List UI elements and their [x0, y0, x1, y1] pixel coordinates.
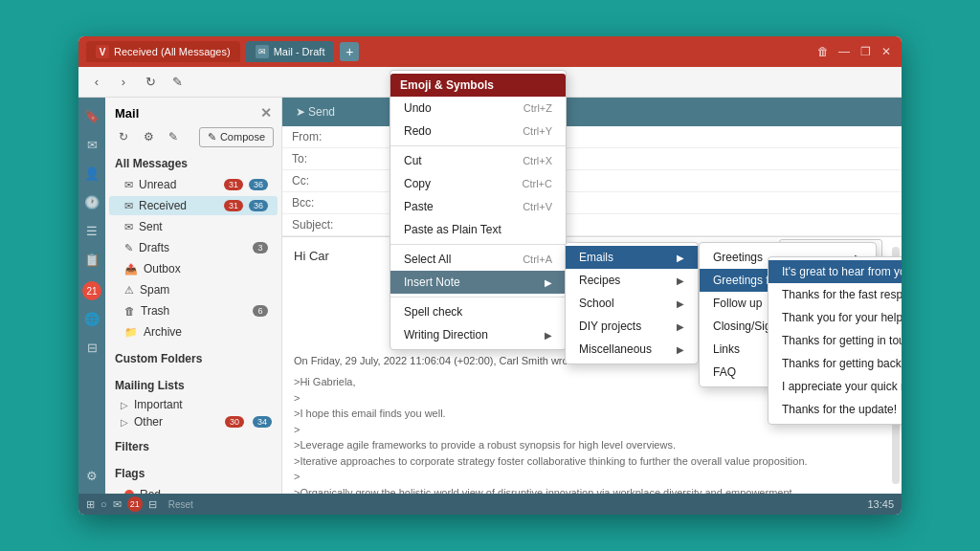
- expand-icon2: ▷: [121, 417, 128, 428]
- tab-draft[interactable]: ✉ Mail - Draft: [246, 41, 335, 62]
- ctx-cut-label: Cut: [404, 154, 422, 167]
- mailing-important[interactable]: ▷ Important: [105, 396, 281, 413]
- unread-badge2: 36: [249, 179, 268, 190]
- trash-button[interactable]: 🗑: [815, 44, 831, 59]
- feeds-icon[interactable]: 21: [82, 281, 101, 300]
- edit-button[interactable]: ✎: [167, 72, 188, 93]
- ctx-emails[interactable]: Emails ▶: [566, 246, 698, 269]
- vivaldi-icon: V: [96, 45, 109, 58]
- mailing-lists-title: Mailing Lists: [105, 375, 281, 396]
- tab-received[interactable]: V Received (All Messages): [86, 41, 240, 62]
- quote-line-7: >: [294, 469, 890, 485]
- notes-icon[interactable]: 📋: [81, 249, 102, 270]
- from-label: From:: [292, 130, 349, 143]
- ctx-diy[interactable]: DIY projects ▶: [566, 315, 698, 338]
- ctx-greetings-label: Greetings: [713, 251, 763, 264]
- flag-red[interactable]: Red: [109, 485, 278, 494]
- mailing-other[interactable]: ▷ Other 30 34: [105, 413, 281, 430]
- ctx-misc-label: Miscellaneous: [579, 342, 652, 356]
- forward-button[interactable]: ›: [113, 72, 134, 93]
- received-badge1: 31: [224, 200, 243, 211]
- sidebar-close-button[interactable]: ✕: [260, 105, 272, 121]
- settings-icon[interactable]: ⚙: [81, 465, 102, 486]
- ctx-copy[interactable]: Copy Ctrl+C: [390, 172, 566, 195]
- ctx-greet-7-label: Thanks for the update!: [782, 403, 897, 416]
- ctx-greet-2[interactable]: Thanks for the fast response.: [768, 283, 902, 306]
- bcc-label: Bcc:: [292, 196, 349, 209]
- ctx-misc[interactable]: Miscellaneous ▶: [566, 338, 698, 361]
- ctx-paste[interactable]: Paste Ctrl+V: [390, 195, 566, 218]
- ctx-recipes-label: Recipes: [579, 274, 620, 287]
- ctx-header: Emoji & Symbols: [390, 74, 566, 97]
- spam-icon: ⚠: [124, 284, 134, 297]
- ctx-sep-2: [390, 244, 566, 245]
- ctx-select-all[interactable]: Select All Ctrl+A: [390, 248, 566, 271]
- window-controls: 🗑 — ❐ ✕: [815, 44, 894, 59]
- ctx-greet-6[interactable]: I appreciate your quick response.: [768, 375, 902, 398]
- close-button[interactable]: ✕: [879, 44, 894, 59]
- ctx-insert-note[interactable]: Insert Note ▶: [390, 271, 566, 294]
- ctx-paste-plain[interactable]: Paste as Plain Text: [390, 218, 566, 241]
- mail-sidebar-icon[interactable]: ✉: [81, 134, 102, 155]
- sidebar-item-spam[interactable]: ⚠ Spam: [109, 280, 278, 299]
- add-tab-button[interactable]: +: [340, 42, 359, 61]
- refresh-button[interactable]: ↻: [140, 72, 161, 93]
- ctx-spell-check[interactable]: Spell check: [390, 300, 566, 323]
- ctx-emails-label: Emails: [579, 251, 613, 264]
- contacts-icon[interactable]: 👤: [81, 163, 102, 184]
- outbox-label: Outbox: [144, 262, 268, 276]
- sidebar-refresh-button[interactable]: ↻: [113, 126, 134, 147]
- history-icon[interactable]: ⊟: [81, 337, 102, 358]
- ctx-writing-direction[interactable]: Writing Direction ▶: [390, 323, 566, 346]
- subject-label: Subject:: [292, 218, 349, 231]
- bookmark-icon[interactable]: 🔖: [81, 105, 102, 126]
- ctx-greet-4[interactable]: Thanks for getting in touch!: [768, 329, 902, 352]
- ctx-insert-arrow: ▶: [545, 277, 552, 288]
- sidebar-item-drafts[interactable]: ✎ Drafts 3: [109, 238, 278, 257]
- ctx-undo[interactable]: Undo Ctrl+Z: [390, 97, 566, 120]
- status-icon-1[interactable]: ⊞: [86, 498, 95, 511]
- ctx-greet-2-label: Thanks for the fast response.: [782, 288, 902, 301]
- browser-icon[interactable]: 🌐: [81, 308, 102, 329]
- ctx-redo[interactable]: Redo Ctrl+Y: [390, 120, 566, 143]
- ctx-greet-3[interactable]: Thank you for your help.: [768, 306, 902, 329]
- ctx-greet-5[interactable]: Thanks for getting back to me.: [768, 352, 902, 375]
- ctx-greet-3-label: Thank you for your help.: [782, 311, 902, 324]
- send-button[interactable]: ➤ Send: [290, 103, 341, 121]
- unread-badge1: 31: [224, 179, 243, 190]
- other-badge1: 30: [225, 416, 244, 428]
- sidebar-edit-button[interactable]: ✎: [163, 126, 184, 147]
- ctx-follow-up-label: Follow up: [713, 297, 762, 310]
- other-badge2: 34: [253, 416, 272, 428]
- maximize-button[interactable]: ❐: [858, 44, 873, 59]
- tasks-icon[interactable]: ☰: [81, 220, 102, 241]
- sidebar-item-outbox[interactable]: 📤 Outbox: [109, 259, 278, 278]
- compose-button[interactable]: ✎ Compose: [199, 127, 274, 147]
- status-icon-3[interactable]: ✉: [113, 498, 122, 511]
- ctx-cut[interactable]: Cut Ctrl+X: [390, 149, 566, 172]
- compose-form: From: To: Cc: Bcc: Subject:: [282, 126, 902, 237]
- sidebar-item-sent[interactable]: ✉ Sent: [109, 217, 278, 236]
- ctx-greet-1[interactable]: It's great to hear from you.: [768, 260, 902, 283]
- filters-section: Filters: [105, 436, 281, 457]
- ctx-insert-note-label: Insert Note: [404, 276, 460, 289]
- ctx-undo-label: Undo: [404, 101, 432, 115]
- minimize-button[interactable]: —: [836, 44, 852, 59]
- ctx-school[interactable]: School ▶: [566, 292, 698, 315]
- ctx-greet-7[interactable]: Thanks for the update!: [768, 398, 902, 421]
- status-icon-5[interactable]: ⊟: [148, 498, 157, 511]
- sidebar-item-trash[interactable]: 🗑 Trash 6: [109, 301, 278, 320]
- ctx-recipes[interactable]: Recipes ▶: [566, 269, 698, 292]
- back-button[interactable]: ‹: [86, 72, 107, 93]
- ctx-greet-5-label: Thanks for getting back to me.: [782, 357, 902, 370]
- sidebar-filter-button[interactable]: ⚙: [138, 126, 159, 147]
- status-icon-2[interactable]: ○: [100, 498, 107, 510]
- titlebar: V Received (All Messages) ✉ Mail - Draft…: [78, 36, 902, 67]
- received-badge2: 36: [249, 200, 268, 211]
- sidebar-item-received[interactable]: ✉ Received 31 36: [109, 196, 278, 215]
- quote-line-6: >Iterative approaches to corporate strat…: [294, 453, 890, 470]
- expand-icon: ▷: [121, 400, 128, 410]
- calendar-icon[interactable]: 🕐: [81, 191, 102, 212]
- sidebar-item-archive[interactable]: 📁 Archive: [109, 322, 278, 342]
- sidebar-item-unread[interactable]: ✉ Unread 31 36: [109, 175, 278, 194]
